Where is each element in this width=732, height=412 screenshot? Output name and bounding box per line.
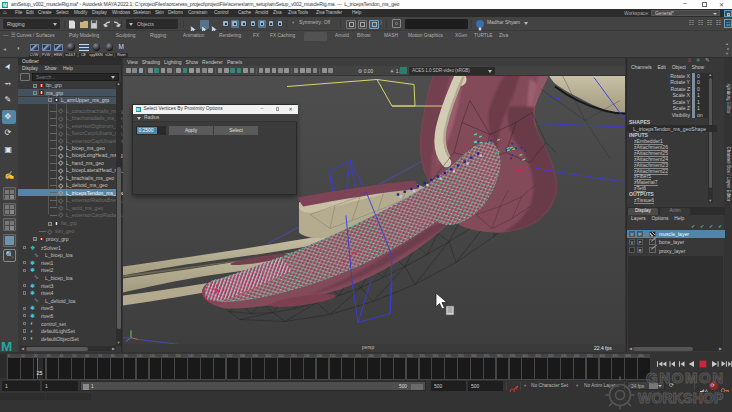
svg-text:WORKSHOP: WORKSHOP	[638, 390, 724, 406]
svg-text:GNOMON: GNOMON	[646, 369, 725, 386]
